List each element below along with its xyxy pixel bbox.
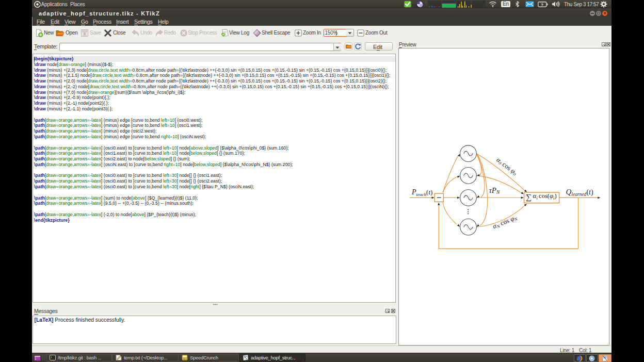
svg-text:Qlearned(t): Qlearned(t)	[566, 188, 593, 197]
svg-text:αN cos φN: αN cos φN	[491, 213, 519, 231]
svg-text:τPN: τPN	[489, 186, 501, 195]
svg-text:Pteach(t): Pteach(t)	[411, 188, 432, 197]
svg-text:α0 cos φ0: α0 cos φ0	[495, 156, 519, 177]
svg-text:∑: ∑	[526, 192, 532, 202]
